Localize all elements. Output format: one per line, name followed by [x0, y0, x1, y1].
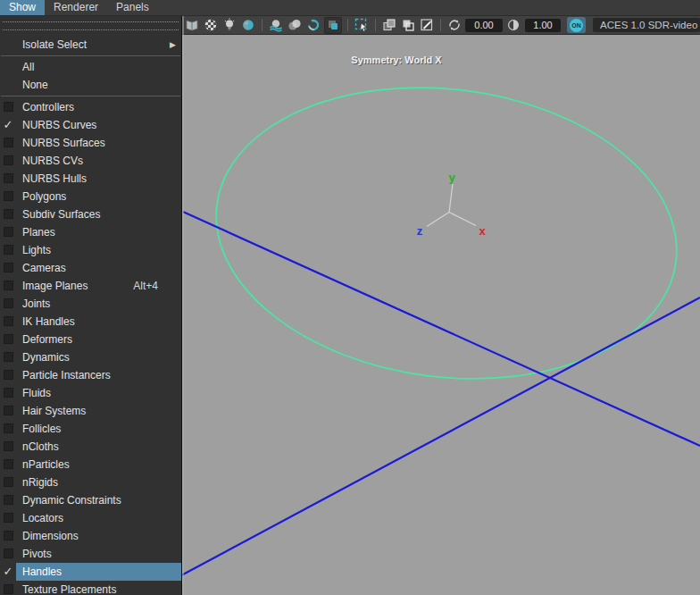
checkmark-icon: ✓	[0, 563, 16, 581]
menu-item-dynamic-constraints[interactable]: Dynamic Constraints	[0, 491, 181, 509]
blue-curve-descending[interactable]	[183, 212, 700, 446]
menu-item-label: Joints	[22, 295, 50, 313]
menu-item-label: NURBS Curves	[22, 116, 96, 134]
menu-item-label: NURBS Hulls	[22, 170, 87, 188]
menu-item-hair-systems[interactable]: Hair Systems	[0, 402, 181, 420]
menubar-item-show[interactable]: Show	[0, 0, 45, 15]
texture-book-icon[interactable]	[184, 17, 200, 33]
checkbox-unchecked	[0, 366, 16, 384]
menu-item-ik-handles[interactable]: IK Handles	[0, 313, 181, 331]
checkbox-unchecked	[0, 491, 16, 509]
checkbox-unchecked	[0, 134, 16, 152]
axis-z-label: z	[417, 224, 423, 238]
toolbar-separator	[347, 19, 348, 31]
menu-item-lights[interactable]: Lights	[0, 241, 181, 259]
menu-item-nrigids[interactable]: nRigids	[0, 473, 181, 491]
menu-item-all[interactable]: All	[0, 58, 181, 76]
checkmark-icon: ✓	[0, 116, 16, 134]
menu-item-pivots[interactable]: Pivots	[0, 545, 181, 563]
pen-square-icon[interactable]	[419, 17, 435, 33]
menu-item-cameras[interactable]: Cameras	[0, 259, 181, 277]
checkbox-unchecked	[0, 420, 16, 438]
menubar-item-panels[interactable]: Panels	[107, 0, 158, 15]
menu-item-label: None	[22, 76, 48, 94]
checkbox-unchecked	[0, 384, 16, 402]
menu-item-follicles[interactable]: Follicles	[0, 420, 181, 438]
checkbox-unchecked	[0, 152, 16, 170]
lightbulb-icon[interactable]	[221, 17, 238, 33]
menu-item-label: Pivots	[22, 545, 52, 563]
menu-item-particle-instancers[interactable]: Particle Instancers	[0, 366, 181, 384]
menu-separator	[1, 55, 180, 56]
menu-item-handles[interactable]: ✓Handles	[0, 563, 181, 581]
checkered-sphere-icon[interactable]	[203, 17, 219, 33]
menu-item-label: Subdiv Surfaces	[22, 205, 100, 223]
menu-item-isolate-select[interactable]: Isolate Select▶	[0, 36, 181, 54]
menu-item-none[interactable]: None	[0, 76, 181, 94]
menu-item-nurbs-surfaces[interactable]: NURBS Surfaces	[0, 134, 181, 152]
exposure-icon[interactable]	[446, 17, 462, 33]
isolate-select-icon[interactable]	[324, 17, 342, 34]
menu-item-label: Texture Placements	[22, 581, 116, 595]
menu-item-label: Lights	[22, 241, 51, 259]
menu-item-deformers[interactable]: Deformers	[0, 331, 181, 348]
stacked-squares-icon[interactable]	[400, 17, 416, 33]
checkbox-unchecked	[0, 348, 16, 366]
menu-item-ncloths[interactable]: nCloths	[0, 438, 181, 456]
menu-item-polygons[interactable]: Polygons	[0, 188, 181, 205]
checkbox-unchecked	[0, 188, 16, 205]
shaded-sphere-icon[interactable]	[240, 17, 256, 33]
checkbox-unchecked	[0, 295, 16, 313]
menu-item-nurbs-curves[interactable]: ✓NURBS Curves	[0, 116, 181, 134]
menu-item-label: Dynamics	[22, 348, 70, 366]
checkbox-unchecked	[0, 223, 16, 241]
menu-item-controllers[interactable]: Controllers	[0, 98, 181, 116]
blue-curve-ascending[interactable]	[145, 298, 700, 595]
menu-item-texture-placements[interactable]: Texture Placements	[0, 581, 181, 595]
menu-item-locators[interactable]: Locators	[0, 509, 181, 527]
menu-item-label: Dynamic Constraints	[22, 491, 121, 509]
menu-item-subdiv-surfaces[interactable]: Subdiv Surfaces	[0, 205, 181, 223]
checkbox-unchecked	[0, 241, 16, 259]
toolbar-separator	[440, 19, 441, 31]
menu-item-image-planes[interactable]: Image PlanesAlt+4	[0, 277, 181, 295]
gamma-icon[interactable]	[505, 17, 521, 33]
view-transform-field[interactable]: ACES 1.0 SDR-video (sRGB)	[593, 18, 700, 32]
show-menu-panel: Isolate Select▶AllNoneControllers✓NURBS …	[0, 16, 182, 595]
menu-item-dynamics[interactable]: Dynamics	[0, 348, 181, 366]
menu-item-nurbs-cvs[interactable]: NURBS CVs	[0, 152, 181, 170]
menu-item-label: Deformers	[22, 331, 72, 348]
menu-item-label: nRigids	[22, 473, 58, 491]
xray-spheres-icon[interactable]	[287, 17, 303, 33]
menu-item-label: Dimensions	[22, 527, 79, 545]
panel-menubar: Show Renderer Panels	[0, 0, 700, 16]
wireframe-ring-icon[interactable]	[305, 17, 321, 33]
menu-item-label: Hair Systems	[22, 402, 86, 420]
menu-item-joints[interactable]: Joints	[0, 295, 181, 313]
menu-item-label: NURBS CVs	[22, 152, 83, 170]
menu-tearoff-handle[interactable]	[3, 21, 179, 30]
toolbar-separator	[375, 19, 376, 31]
menu-item-planes[interactable]: Planes	[0, 223, 181, 241]
overlap-squares-icon[interactable]	[381, 17, 397, 33]
menu-item-label: Follicles	[22, 420, 61, 438]
checkbox-unchecked	[0, 98, 16, 116]
checkbox-unchecked	[0, 581, 16, 595]
menu-item-dimensions[interactable]: Dimensions	[0, 527, 181, 545]
menu-item-nparticles[interactable]: nParticles	[0, 456, 181, 473]
menubar-item-renderer[interactable]: Renderer	[45, 0, 107, 15]
marquee-select-icon[interactable]	[354, 17, 370, 33]
nurbs-circle-curve[interactable]	[199, 63, 693, 405]
menu-item-nurbs-hulls[interactable]: NURBS Hulls	[0, 170, 181, 188]
menu-item-label: Controllers	[22, 98, 74, 116]
gamma-field[interactable]: 1.00	[525, 19, 561, 32]
menu-item-fluids[interactable]: Fluids	[0, 384, 181, 402]
exposure-field[interactable]: 0.00	[465, 19, 503, 32]
checkbox-unchecked	[0, 277, 16, 295]
checkbox-unchecked	[0, 205, 16, 223]
toolbar-separator	[262, 19, 262, 31]
submenu-arrow-icon: ▶	[170, 36, 176, 54]
checkbox-unchecked	[0, 259, 16, 277]
color-management-toggle[interactable]: ON	[567, 17, 586, 33]
material-sphere-icon[interactable]	[268, 17, 284, 33]
